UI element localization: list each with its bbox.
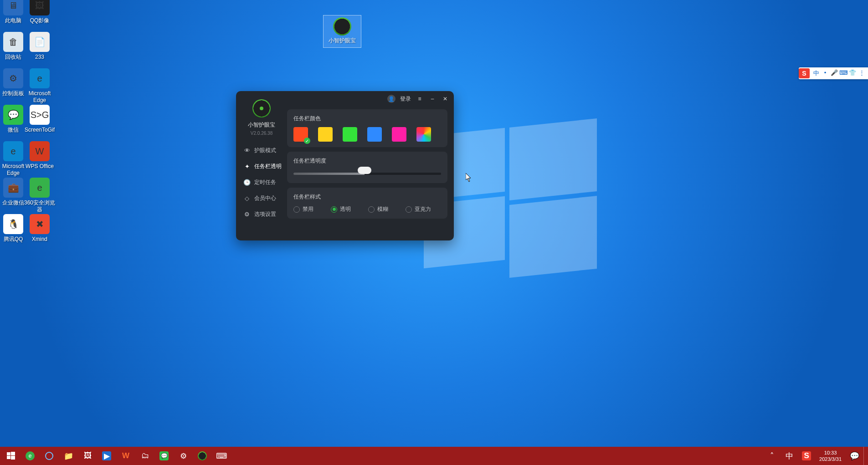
taskbar: e 📁 🖼 ▶ W 🗂 💬 ⚙ ⌨ ˄ 中 S 10:33 2023/3/31 … xyxy=(0,447,868,465)
nav-item-任务栏透明[interactable]: ✦任务栏透明 xyxy=(237,160,286,173)
desktop-icon-ScreenToGif[interactable]: S>GScreenToGif xyxy=(22,105,57,133)
nav-item-label: 选项设置 xyxy=(254,210,276,218)
desktop-icon-label: 360安全浏览器 xyxy=(22,199,57,213)
hamburger-menu-icon[interactable]: ≡ xyxy=(416,95,424,103)
nav-item-icon: ◇ xyxy=(243,195,251,202)
desktop-icon-label: 233 xyxy=(22,54,57,61)
color-swatch[interactable] xyxy=(392,127,406,142)
radio-label: 亚克力 xyxy=(415,205,431,213)
desktop-icon-Xmind[interactable]: ✖Xmind xyxy=(22,214,57,243)
taskbar-clock[interactable]: 10:33 2023/3/31 xyxy=(816,450,845,462)
app-version: V2.0.26.38 xyxy=(251,131,272,136)
nav-item-icon: ✦ xyxy=(243,163,251,170)
taskbar-app-explorer[interactable]: 📁 xyxy=(59,447,77,465)
desktop-icon-label: QQ影像 xyxy=(22,17,57,24)
start-button[interactable] xyxy=(2,447,20,465)
nav-item-label: 会员中心 xyxy=(254,194,276,202)
slider-thumb[interactable] xyxy=(358,167,371,174)
minimize-button[interactable]: – xyxy=(428,95,437,103)
clock-time: 10:33 xyxy=(824,450,837,456)
tray-ime-badge[interactable]: S xyxy=(798,447,815,465)
sogou-item[interactable]: 🎤 xyxy=(830,69,839,77)
color-swatch[interactable] xyxy=(293,127,308,142)
desktop-item-icon: 🗑 xyxy=(3,32,23,52)
taskbar-app-xiaozhi[interactable] xyxy=(193,447,211,465)
card-title-color: 任务栏颜色 xyxy=(293,115,441,123)
nav-item-选项设置[interactable]: ⚙选项设置 xyxy=(237,208,286,221)
opacity-slider[interactable] xyxy=(293,169,441,178)
desktop-item-icon: e xyxy=(30,178,50,198)
style-radio-亚克力[interactable]: 亚克力 xyxy=(406,205,431,213)
sogou-item[interactable]: 👕 xyxy=(848,69,857,77)
sogou-item[interactable]: 中 xyxy=(812,69,821,77)
taskbar-app-images[interactable]: 🖼 xyxy=(78,447,97,465)
taskbar-opacity-card: 任务栏透明度 xyxy=(287,152,447,183)
desktop-item-icon: 📄 xyxy=(30,32,50,52)
taskbar-app-wechat[interactable]: 💬 xyxy=(155,447,173,465)
card-title-style: 任务栏样式 xyxy=(293,193,441,201)
sogou-item[interactable]: ⋮ xyxy=(857,69,866,77)
desktop-icon-360安全浏览器[interactable]: e360安全浏览器 xyxy=(22,178,57,213)
sogou-item[interactable]: ⌨ xyxy=(839,69,848,77)
nav-item-label: 护眼模式 xyxy=(254,147,276,154)
desktop-icon-label: Xmind xyxy=(22,236,57,243)
desktop-icon-label: ScreenToGif xyxy=(22,127,57,133)
taskbar-app-wps[interactable]: W xyxy=(117,447,135,465)
login-button[interactable]: 登录 xyxy=(400,95,411,103)
color-swatch[interactable] xyxy=(318,127,333,142)
app-sidebar: 小智护眼宝 V2.0.26.38 👁护眼模式✦任务栏透明🕒定时任务◇会员中心⚙选… xyxy=(236,91,287,240)
color-swatch-rainbow[interactable] xyxy=(416,127,431,142)
taskbar-app-folder[interactable]: 🗂 xyxy=(136,447,154,465)
nav-item-定时任务[interactable]: 🕒定时任务 xyxy=(237,176,286,189)
desktop-icon-Microsoft Edge[interactable]: eMicrosoft Edge xyxy=(22,68,57,104)
desktop-icon-233[interactable]: 📄233 xyxy=(22,32,57,61)
desktop-icon-QQ影像[interactable]: 🖼QQ影像 xyxy=(22,0,57,24)
tray-overflow-icon[interactable]: ˄ xyxy=(764,447,780,465)
radio-label: 透明 xyxy=(340,205,351,213)
style-radio-禁用[interactable]: 禁用 xyxy=(293,205,313,213)
style-radio-透明[interactable]: 透明 xyxy=(331,205,351,213)
radio-label: 禁用 xyxy=(303,205,313,213)
show-desktop-button[interactable] xyxy=(863,447,866,465)
nav-item-label: 定时任务 xyxy=(254,179,276,186)
svg-rect-3 xyxy=(11,456,15,460)
desktop-item-icon: 🖼 xyxy=(30,0,50,15)
svg-rect-1 xyxy=(11,452,15,455)
desktop: 🖥此电脑🗑回收站⚙控制面板💬微信eMicrosoft Edge💼企业微信🐧腾讯Q… xyxy=(0,0,868,465)
desktop-icon-selected-xiaozhi[interactable]: 小智护眼宝 xyxy=(324,15,361,47)
nav-item-label: 任务栏透明 xyxy=(254,163,282,170)
clock-date: 2023/3/31 xyxy=(819,456,842,462)
color-swatch[interactable] xyxy=(367,127,382,142)
sogou-item[interactable]: • xyxy=(821,69,830,77)
desktop-item-icon: W xyxy=(30,141,50,161)
nav-item-护眼模式[interactable]: 👁护眼模式 xyxy=(237,144,286,157)
taskbar-right: ˄ 中 S 10:33 2023/3/31 💬 xyxy=(764,447,866,465)
sogou-logo-icon[interactable]: S xyxy=(799,68,810,78)
close-button[interactable]: ✕ xyxy=(441,95,449,103)
style-radio-模糊[interactable]: 模糊 xyxy=(368,205,388,213)
tray-lang[interactable]: 中 xyxy=(781,447,797,465)
desktop-icon-WPS Office[interactable]: WWPS Office xyxy=(22,141,57,170)
desktop-item-icon: e xyxy=(30,68,50,88)
sogou-ime-toolbar[interactable]: S 中•🎤⌨👕⋮ xyxy=(799,67,868,79)
nav-item-会员中心[interactable]: ◇会员中心 xyxy=(237,192,286,205)
app-title: 小智护眼宝 xyxy=(248,121,275,129)
user-avatar-icon[interactable]: 👤 xyxy=(387,95,395,103)
color-swatch[interactable] xyxy=(343,127,357,142)
radio-label: 模糊 xyxy=(377,205,388,213)
desktop-item-icon: S>G xyxy=(30,105,50,125)
taskbar-app-settings[interactable]: ⚙ xyxy=(174,447,192,465)
radio-dot-icon xyxy=(368,206,375,213)
desktop-icon-label: Microsoft Edge xyxy=(22,90,57,104)
taskbar-app-360[interactable]: e xyxy=(21,447,39,465)
taskbar-app-cortana[interactable] xyxy=(40,447,58,465)
nav-item-icon: ⚙ xyxy=(243,211,251,218)
action-center-icon[interactable]: 💬 xyxy=(846,447,863,465)
desktop-item-icon: e xyxy=(3,141,23,161)
taskbar-app-touchkeyboard[interactable]: ⌨ xyxy=(212,447,231,465)
svg-rect-2 xyxy=(7,456,10,459)
desktop-item-icon: 🖥 xyxy=(3,0,23,15)
taskbar-app-video[interactable]: ▶ xyxy=(98,447,116,465)
taskbar-left: e 📁 🖼 ▶ W 🗂 💬 ⚙ ⌨ xyxy=(2,447,231,465)
desktop-item-icon: 💬 xyxy=(3,105,23,125)
